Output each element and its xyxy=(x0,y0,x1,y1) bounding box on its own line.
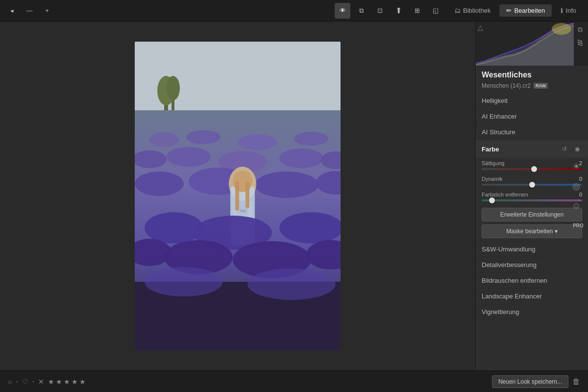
histogram-chart xyxy=(476,22,574,66)
histogram-area: ⧉ ⧎ △ xyxy=(476,22,588,66)
floating-icons: ☀ ◎ ☺ PRO xyxy=(568,157,588,235)
right-panel: ⧉ ⧎ △ Wesentliches Menschen (14).cr2 RAW… xyxy=(475,22,588,370)
erweiterte-btn[interactable]: Erweiterte Einstellungen xyxy=(482,208,582,221)
section-bildrauschen[interactable]: Bildrauschen entfernen xyxy=(476,273,588,289)
heart-icon[interactable]: ♡ xyxy=(22,378,28,386)
minus-icon[interactable]: — xyxy=(23,4,36,18)
section-detailverbesserung[interactable]: Detailverbesserung xyxy=(476,257,588,273)
farbstich-label: Farbstich entfernen xyxy=(482,192,528,197)
bearbeiten-icon: ✏ xyxy=(506,7,512,14)
svg-point-36 xyxy=(145,267,223,296)
top-bar: ◂ — + 👁 ⧉ ⊡ ⬆ ⊞ ◱ 🗂 Bibliothek ✏ Bearbei… xyxy=(0,0,588,22)
section-helligkeit[interactable]: Helligkeit xyxy=(476,93,588,109)
bibliothek-icon: 🗂 xyxy=(454,7,461,14)
export-tool-icon[interactable]: ⬆ xyxy=(391,3,406,19)
farbe-toggle-icon[interactable]: ◉ xyxy=(572,144,582,154)
svg-point-41 xyxy=(552,23,571,35)
svg-point-10 xyxy=(294,132,328,146)
svg-point-9 xyxy=(238,134,277,150)
right-panel-icons: ⧉ ⧎ xyxy=(572,22,588,50)
svg-point-37 xyxy=(247,269,336,300)
sattigung-track[interactable] xyxy=(482,168,582,170)
reject-icon[interactable]: ✕ xyxy=(38,378,44,386)
top-bar-tools: 👁 ⧉ ⊡ ⬆ ⊞ ◱ xyxy=(335,3,443,19)
back-icon[interactable]: ◂ xyxy=(5,4,19,18)
farbe-header: Farbe ↺ ◉ xyxy=(476,140,588,158)
alert-triangle-icon[interactable]: △ xyxy=(478,24,483,31)
smiley-icon[interactable]: ☺ xyxy=(570,200,582,212)
star-5[interactable]: ★ xyxy=(79,378,86,386)
svg-point-7 xyxy=(149,132,179,147)
photo-area: 👓 xyxy=(0,22,475,370)
svg-point-28 xyxy=(145,212,203,244)
dynamik-label: Dynamik xyxy=(482,176,503,182)
layers-panel-icon[interactable]: ⧉ xyxy=(574,24,586,35)
farbstich-thumb[interactable] xyxy=(489,197,495,203)
svg-point-8 xyxy=(186,130,220,144)
plus-icon[interactable]: + xyxy=(40,4,54,18)
section-landscape-enhancer[interactable]: Landscape Enhancer xyxy=(476,289,588,304)
photo-container: 👓 xyxy=(135,42,341,350)
top-bar-left: ◂ — + xyxy=(5,4,331,18)
save-look-button[interactable]: Neuen Look speichern... xyxy=(492,375,568,388)
svg-point-5 xyxy=(166,76,180,100)
tab-bearbeiten[interactable]: ✏ Bearbeiten xyxy=(499,4,552,17)
svg-point-30 xyxy=(279,212,341,244)
section-sw-umwandlung[interactable]: S&W-Umwandlung xyxy=(476,242,588,257)
bottom-right: Neuen Look speichern... 🗑 xyxy=(492,375,580,388)
star-4[interactable]: ★ xyxy=(72,378,78,386)
svg-rect-25 xyxy=(235,181,239,211)
maske-btn[interactable]: Maske bearbeiten ▾ xyxy=(482,224,582,238)
layers-tool-icon[interactable]: ⧉ xyxy=(353,3,369,19)
svg-point-16 xyxy=(135,172,184,196)
raw-badge: RAW xyxy=(534,83,548,89)
dynamik-thumb[interactable] xyxy=(529,182,535,188)
star-2[interactable]: ★ xyxy=(56,378,62,386)
panel-title: Wesentliches xyxy=(476,66,588,81)
top-bar-tabs: 🗂 Bibliothek ✏ Bearbeiten ℹ Info xyxy=(447,4,583,17)
eye-tool-icon[interactable]: 👁 xyxy=(335,3,350,19)
bottom-bar: ○ · ♡ · ✕ ★ ★ ★ ★ ★ Neuen Look speichern… xyxy=(0,370,588,392)
crop-tool-icon[interactable]: ⊡ xyxy=(372,3,388,19)
sliders-panel-icon[interactable]: ⧎ xyxy=(574,36,586,48)
svg-text:👓: 👓 xyxy=(240,207,247,215)
spacer-dot: · xyxy=(16,377,18,386)
svg-point-14 xyxy=(279,148,323,168)
dynamik-track[interactable] xyxy=(482,184,582,186)
farbe-reset-icon[interactable]: ↺ xyxy=(560,144,569,154)
bottom-rating: ○ · ♡ · ✕ ★ ★ ★ ★ ★ xyxy=(8,377,486,386)
panel-subtitle: Menschen (14).cr2 RAW xyxy=(476,81,588,93)
star-rating: ★ ★ ★ ★ ★ xyxy=(48,378,86,386)
sattigung-thumb[interactable] xyxy=(531,166,537,172)
section-ai-enhancer[interactable]: AI Enhancer xyxy=(476,109,588,124)
section-vignettierung[interactable]: Vignettierung xyxy=(476,304,588,320)
photo-image: 👓 xyxy=(135,42,341,350)
filename-text: Menschen (14).cr2 xyxy=(482,82,531,89)
info-icon: ℹ xyxy=(561,7,563,14)
pro-badge: PRO xyxy=(570,220,586,231)
farbe-title: Farbe xyxy=(482,146,560,153)
grid-tool-icon[interactable]: ⊞ xyxy=(409,3,425,19)
trash-icon[interactable]: 🗑 xyxy=(572,377,580,386)
main-content: 👓 xyxy=(0,22,588,370)
spacer-dot2: · xyxy=(32,377,34,386)
star-3[interactable]: ★ xyxy=(64,378,70,386)
sattigung-label: Sättigung xyxy=(482,160,504,166)
sun-icon[interactable]: ☀ xyxy=(570,161,582,172)
svg-rect-26 xyxy=(245,181,249,208)
farbstich-track[interactable] xyxy=(482,199,582,201)
svg-point-18 xyxy=(255,172,318,198)
tab-info[interactable]: ℹ Info xyxy=(554,4,583,17)
section-ai-structure[interactable]: AI Structure xyxy=(476,124,588,140)
circle-rating-icon[interactable]: ○ xyxy=(8,378,12,386)
star-1[interactable]: ★ xyxy=(48,378,54,386)
farbe-icons: ↺ ◉ xyxy=(560,144,582,154)
circle-icon[interactable]: ◎ xyxy=(570,180,582,192)
svg-point-12 xyxy=(167,147,211,167)
tab-bibliothek[interactable]: 🗂 Bibliothek xyxy=(447,4,497,17)
compare-tool-icon[interactable]: ◱ xyxy=(428,3,443,19)
